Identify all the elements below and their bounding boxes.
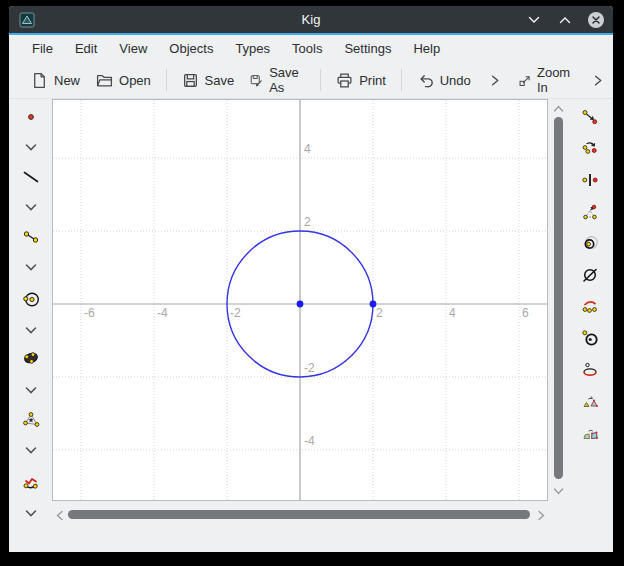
statusbar bbox=[9, 525, 613, 552]
scroll-down-button[interactable] bbox=[551, 484, 566, 498]
zoom-in-button[interactable]: Zoom In bbox=[510, 60, 582, 100]
circle-tool-icon bbox=[22, 290, 41, 309]
close-icon bbox=[587, 11, 605, 29]
chevron-down-icon bbox=[22, 504, 40, 522]
tool-line-expander[interactable] bbox=[12, 195, 50, 219]
close-button[interactable] bbox=[587, 11, 605, 29]
tool-conic-arc-button[interactable] bbox=[569, 359, 611, 381]
tool-point-button[interactable] bbox=[12, 105, 50, 129]
undo-history-expander[interactable] bbox=[479, 68, 510, 93]
undo-button[interactable]: Undo bbox=[409, 67, 479, 94]
menu-types[interactable]: Types bbox=[224, 37, 281, 60]
chevron-left-icon bbox=[55, 510, 64, 521]
zoom-in-icon bbox=[518, 72, 531, 89]
chevron-up-icon bbox=[559, 16, 571, 24]
arc-tool-icon bbox=[22, 474, 40, 492]
scroll-left-button[interactable] bbox=[52, 507, 66, 523]
arc-by-points-tool-icon bbox=[581, 297, 599, 315]
chevron-down-icon bbox=[22, 258, 40, 276]
window-title: Kig bbox=[9, 12, 613, 27]
vertical-scrollbar[interactable] bbox=[551, 101, 566, 499]
geometry-point-center[interactable] bbox=[297, 301, 304, 308]
open-button[interactable]: Open bbox=[88, 67, 159, 94]
y-axis-label: 4 bbox=[304, 142, 311, 156]
main-toolbar: New Open Save Save As bbox=[9, 62, 613, 99]
scroll-up-button[interactable] bbox=[551, 101, 566, 115]
geometry-point-on-circle[interactable] bbox=[370, 301, 377, 308]
tool-arc-button[interactable] bbox=[12, 471, 50, 495]
tool-point-reflection-button[interactable] bbox=[569, 169, 611, 191]
print-button[interactable]: Print bbox=[328, 67, 394, 94]
zoom-in-label: Zoom In bbox=[537, 65, 574, 95]
circle-test-tool-icon bbox=[581, 329, 599, 347]
tool-line-button[interactable] bbox=[12, 165, 50, 189]
titlebar[interactable]: Kig bbox=[9, 6, 613, 33]
tool-conic-expander[interactable] bbox=[12, 378, 50, 402]
menu-view[interactable]: View bbox=[108, 37, 158, 60]
tool-hide-object-button[interactable] bbox=[569, 264, 611, 286]
scroll-right-button[interactable] bbox=[534, 507, 548, 523]
tool-circle-test-button[interactable] bbox=[569, 327, 611, 349]
print-icon bbox=[336, 72, 353, 89]
horizontal-scrollbar-thumb[interactable] bbox=[68, 510, 530, 519]
new-button[interactable]: New bbox=[23, 67, 88, 94]
rotation-tool-icon bbox=[581, 139, 599, 157]
menu-help[interactable]: Help bbox=[402, 37, 451, 60]
open-label: Open bbox=[119, 73, 151, 88]
line-tool-icon bbox=[22, 168, 40, 186]
tool-segment-expander[interactable] bbox=[12, 255, 50, 279]
conic-arc-tool-icon bbox=[581, 361, 599, 379]
tool-translation-button[interactable] bbox=[569, 106, 611, 128]
save-as-button[interactable]: Save As bbox=[242, 60, 313, 100]
tool-segment-button[interactable] bbox=[12, 225, 50, 249]
chevron-right-icon bbox=[590, 73, 605, 88]
tool-similarity-button[interactable] bbox=[569, 391, 611, 413]
toolbar-overflow-button[interactable] bbox=[582, 68, 613, 93]
horizontal-scrollbar[interactable] bbox=[52, 505, 548, 525]
save-as-label: Save As bbox=[269, 65, 305, 95]
save-button[interactable]: Save bbox=[174, 67, 243, 94]
tool-generic-affinity-button[interactable] bbox=[569, 201, 611, 223]
tool-arc-expander[interactable] bbox=[12, 501, 50, 525]
tool-polygon-expander[interactable] bbox=[12, 438, 50, 462]
tool-polygon-button[interactable] bbox=[12, 408, 50, 432]
tool-arc-by-points-button[interactable] bbox=[569, 295, 611, 317]
maximize-button[interactable] bbox=[556, 11, 574, 29]
chevron-down-icon bbox=[22, 381, 40, 399]
toolbar-separator bbox=[166, 69, 167, 91]
tool-circle-expander[interactable] bbox=[12, 318, 50, 342]
chevron-right-icon bbox=[487, 73, 502, 88]
menu-settings[interactable]: Settings bbox=[333, 37, 402, 60]
projectivity-tool-icon bbox=[581, 425, 599, 443]
save-icon bbox=[182, 72, 199, 89]
tool-point-expander[interactable] bbox=[12, 135, 50, 159]
y-axis-label: -4 bbox=[304, 434, 315, 448]
tool-conic-button[interactable] bbox=[12, 346, 50, 370]
point-tool-icon bbox=[22, 108, 40, 126]
chevron-down-icon bbox=[528, 16, 540, 24]
x-axis-label: 4 bbox=[449, 306, 456, 320]
minimize-button[interactable] bbox=[525, 11, 543, 29]
x-axis-label: 2 bbox=[376, 306, 383, 320]
vertical-scrollbar-thumb[interactable] bbox=[554, 117, 563, 479]
generic-affinity-tool-icon bbox=[581, 203, 599, 221]
undo-icon bbox=[417, 72, 434, 89]
tool-projectivity-button[interactable] bbox=[569, 423, 611, 445]
kig-app-icon bbox=[19, 12, 35, 28]
tool-circular-inversion-button[interactable] bbox=[569, 232, 611, 254]
tool-circle-button[interactable] bbox=[12, 287, 50, 311]
chevron-down-icon bbox=[22, 198, 40, 216]
tool-rotation-button[interactable] bbox=[569, 137, 611, 159]
geometry-canvas[interactable]: -6 -4 -2 2 4 6 4 2 -2 -4 bbox=[52, 99, 548, 501]
new-label: New bbox=[54, 73, 80, 88]
menu-objects[interactable]: Objects bbox=[158, 37, 224, 60]
circular-inversion-tool-icon bbox=[581, 234, 599, 252]
save-label: Save bbox=[205, 73, 235, 88]
x-axis-label: -6 bbox=[84, 306, 95, 320]
menu-tools[interactable]: Tools bbox=[281, 37, 333, 60]
menu-file[interactable]: File bbox=[21, 37, 64, 60]
x-axis-label: -4 bbox=[157, 306, 168, 320]
x-axis-label: 6 bbox=[522, 306, 529, 320]
new-document-icon bbox=[31, 72, 48, 89]
menu-edit[interactable]: Edit bbox=[64, 37, 108, 60]
